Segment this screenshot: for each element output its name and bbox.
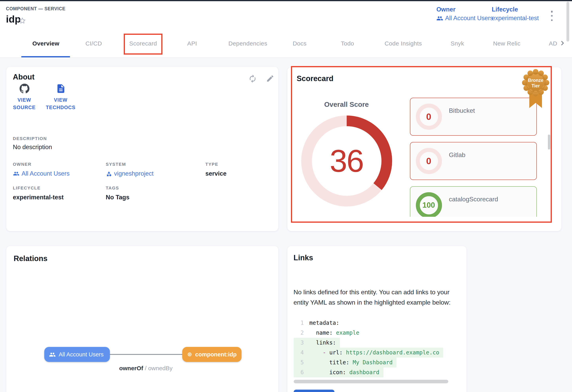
owner-link[interactable]: All Account Users <box>436 15 493 22</box>
badge-line2: Tier <box>531 83 540 88</box>
owner-value: All Account Users <box>445 15 493 22</box>
favorite-star-icon[interactable] <box>18 17 26 25</box>
scorecard-item-gitlab[interactable]: 0 Gitlab <box>410 142 537 180</box>
tab-overview[interactable]: Overview <box>32 29 60 57</box>
lifecycle-field-value: experimental-test <box>13 194 64 201</box>
tags-field-value: No Tags <box>106 194 129 201</box>
edge-separator: / <box>145 365 146 371</box>
tab-snyk[interactable]: Snyk <box>451 29 464 57</box>
links-empty-text: No links defined for this entity. You ca… <box>294 287 455 308</box>
scorecard-card: Scorecard Overall Score 36 0 Bitbucket 0 <box>287 67 561 231</box>
links-title: Links <box>294 254 313 262</box>
scorecard-title: Scorecard <box>297 74 334 83</box>
tab-dependencies[interactable]: Dependencies <box>228 29 268 57</box>
relation-node-component[interactable]: component:idp <box>182 347 241 362</box>
page-scrollbar-thumb[interactable] <box>567 1 569 42</box>
catalogscorecard-label: catalogScorecard <box>449 196 498 203</box>
lifecycle-field-label: LIFECYCLE <box>13 185 41 190</box>
lifecycle-label: Lifecycle <box>492 6 539 13</box>
overall-score-value: 36 <box>301 115 392 207</box>
overall-score-gauge: 36 <box>301 115 392 207</box>
about-card: About VIEW SOURCE VIEW TECHDOCS DESCRIPT… <box>6 67 278 231</box>
edge-primary: ownerOf <box>119 365 143 371</box>
yaml-example-code: 1metadata: 2 name: example 3 links: 4 - … <box>294 318 461 379</box>
scorecard-item-catalogscorecard[interactable]: 100 catalogScorecard <box>410 186 537 217</box>
tab-cicd[interactable]: CI/CD <box>85 29 102 57</box>
gitlab-label: Gitlab <box>449 151 465 159</box>
github-icon <box>11 83 38 94</box>
catalogscorecard-score-value: 100 <box>416 192 442 217</box>
view-source-label: VIEW SOURCE <box>11 97 38 112</box>
owner-field-label: OWNER <box>13 162 32 166</box>
about-title: About <box>13 73 35 82</box>
owner-label: Owner <box>436 6 493 13</box>
owner-field-value: All Account Users <box>22 170 70 177</box>
type-field-value: service <box>205 170 226 177</box>
relations-card: Relations All Account Users component:id… <box>6 246 278 392</box>
scorecard-item-bitbucket[interactable]: 0 Bitbucket <box>410 98 537 136</box>
view-techdocs-label: VIEW TECHDOCS <box>46 97 76 112</box>
edit-pencil-icon[interactable] <box>266 74 274 83</box>
tab-todo[interactable]: Todo <box>341 29 354 57</box>
entity-page: COMPONENT — SERVICE idp Owner All Accoun… <box>0 0 572 392</box>
group-icon <box>13 170 19 177</box>
relation-node-owner[interactable]: All Account Users <box>44 347 110 362</box>
relation-source-label: All Account Users <box>59 351 104 358</box>
tab-scorecard[interactable]: Scorecard <box>129 29 157 57</box>
tabs-scroll-right-icon[interactable] <box>559 40 566 47</box>
bitbucket-score-gauge: 0 <box>416 104 442 130</box>
gitlab-score-value: 0 <box>416 148 442 174</box>
refresh-icon[interactable] <box>248 74 257 83</box>
code-line: 2 name: example <box>294 328 461 338</box>
owner-field-link[interactable]: All Account Users <box>13 170 70 177</box>
tab-adrs-clipped[interactable]: AD <box>549 29 557 57</box>
entity-tabs: Overview CI/CD Scorecard API Dependencie… <box>0 29 572 58</box>
active-tab-indicator <box>21 56 70 57</box>
docs-icon <box>46 83 76 94</box>
lifecycle-value: experimental-test <box>492 15 539 22</box>
view-source-link[interactable]: VIEW SOURCE <box>11 83 38 112</box>
code-line-highlighted: 6 icon: dashboard <box>294 367 461 377</box>
relation-edge-line <box>110 354 182 355</box>
tab-docs[interactable]: Docs <box>293 29 307 57</box>
links-action-button-clipped[interactable] <box>294 390 334 392</box>
tags-field-label: TAGS <box>106 185 119 190</box>
breadcrumb: COMPONENT — SERVICE <box>6 6 65 11</box>
group-icon <box>49 351 56 358</box>
type-field-label: TYPE <box>205 162 218 166</box>
system-field-label: SYSTEM <box>106 162 126 166</box>
entity-header: COMPONENT — SERVICE idp Owner All Accoun… <box>0 1 572 29</box>
bitbucket-score-value: 0 <box>416 104 442 130</box>
gitlab-score-gauge: 0 <box>416 148 442 174</box>
code-line-highlighted: 5 title: My Dashboard <box>294 358 461 367</box>
edge-secondary: ownedBy <box>148 365 173 371</box>
bitbucket-label: Bitbucket <box>449 107 475 114</box>
chip-icon <box>187 351 192 358</box>
description-value: No description <box>13 144 52 151</box>
code-horizontal-scrollbar[interactable] <box>294 380 448 383</box>
group-icon <box>436 15 443 22</box>
header-lifecycle-block: Lifecycle experimental-test <box>492 6 539 22</box>
scorecard-item-list: 0 Bitbucket 0 Gitlab 100 catalogScorecar… <box>410 98 537 217</box>
tab-code-insights[interactable]: Code Insights <box>385 29 422 57</box>
view-techdocs-link[interactable]: VIEW TECHDOCS <box>46 83 76 112</box>
code-line: 1metadata: <box>294 318 461 328</box>
relations-title: Relations <box>14 254 48 263</box>
overall-score-label: Overall Score <box>309 100 384 109</box>
code-line-highlighted: 4 - url: https://dashboard.example.co <box>294 348 461 358</box>
links-card: Links No links defined for this entity. … <box>287 246 466 392</box>
more-options-icon[interactable] <box>549 11 555 21</box>
bronze-tier-badge: Bronze Tier <box>521 68 550 110</box>
relation-edge-label: ownerOf / ownedBy <box>110 365 182 371</box>
system-field-link[interactable]: vigneshproject <box>106 170 154 177</box>
scorecard-list-scrollbar[interactable] <box>548 134 550 149</box>
tab-api[interactable]: API <box>187 29 197 57</box>
description-label: DESCRIPTION <box>13 136 47 141</box>
code-line-highlighted: 3 links: <box>294 338 461 348</box>
relation-target-label: component:idp <box>195 351 237 358</box>
badge-line1: Bronze <box>528 78 543 83</box>
system-icon <box>106 171 112 177</box>
system-field-value: vigneshproject <box>114 170 154 177</box>
catalogscorecard-score-gauge: 100 <box>416 192 442 217</box>
tab-new-relic[interactable]: New Relic <box>493 29 521 57</box>
